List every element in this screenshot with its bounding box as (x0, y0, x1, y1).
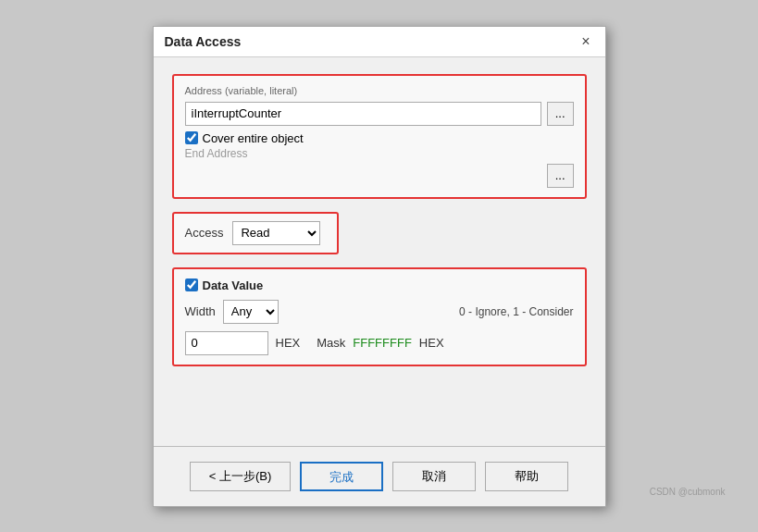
width-label: Width (185, 304, 216, 318)
mask-label: Mask (317, 336, 345, 350)
finish-button[interactable]: 完成 (300, 462, 383, 491)
cancel-button[interactable]: 取消 (392, 462, 476, 491)
mask-hex-label: HEX (419, 336, 444, 350)
cover-entire-object-checkbox[interactable] (185, 131, 198, 144)
dialog-body: Address (variable, literal) ... Cover en… (154, 57, 605, 440)
data-value-header: Data Value (185, 278, 574, 292)
ignore-note: 0 - Ignore, 1 - Consider (459, 305, 573, 318)
cover-entire-object-row: Cover entire object (185, 131, 574, 145)
data-value-title: Data Value (203, 278, 264, 292)
footer-separator (154, 446, 605, 447)
data-access-dialog: Data Access × Address (variable, literal… (153, 26, 606, 507)
titlebar: Data Access × (154, 27, 605, 57)
cover-entire-object-label: Cover entire object (203, 131, 304, 145)
mask-value: FFFFFFFF (353, 336, 412, 350)
access-select[interactable]: Read Write Read/Write (232, 221, 320, 245)
back-button[interactable]: < 上一步(B) (190, 462, 292, 491)
close-button[interactable]: × (578, 34, 593, 49)
address-input-row: ... (185, 102, 574, 126)
watermark: CSDN @cubmonk (650, 487, 726, 497)
data-value-row2: HEX Mask FFFFFFFF HEX (185, 331, 574, 355)
value-hex-label: HEX (276, 336, 301, 350)
dialog-footer: < 上一步(B) 完成 取消 帮助 (154, 452, 605, 506)
address-section-label: Address (variable, literal) (185, 85, 574, 96)
address-input[interactable] (185, 102, 541, 126)
address-browse-button[interactable]: ... (547, 102, 574, 126)
help-button[interactable]: 帮助 (485, 462, 568, 491)
end-address-label: End Address (185, 147, 574, 160)
data-value-checkbox[interactable] (185, 278, 198, 291)
dialog-title: Data Access (165, 34, 242, 49)
access-label: Access (185, 226, 224, 240)
data-value-section: Data Value Width Any 8 16 32 0 - Ignore,… (172, 267, 587, 366)
access-section: Access Read Write Read/Write (172, 212, 339, 254)
address-section: Address (variable, literal) ... Cover en… (172, 74, 587, 199)
width-select[interactable]: Any 8 16 32 (223, 300, 279, 324)
value-input[interactable] (185, 331, 268, 355)
end-address-browse-button[interactable]: ... (547, 164, 574, 188)
end-address-row: ... (185, 164, 574, 188)
data-value-row1: Width Any 8 16 32 0 - Ignore, 1 - Consid… (185, 300, 574, 324)
